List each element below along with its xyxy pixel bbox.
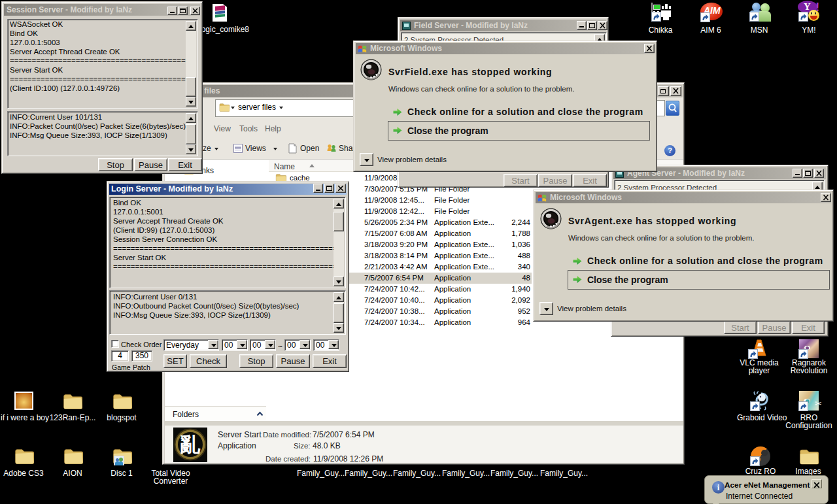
svg-text:亂: 亂 <box>180 433 201 455</box>
